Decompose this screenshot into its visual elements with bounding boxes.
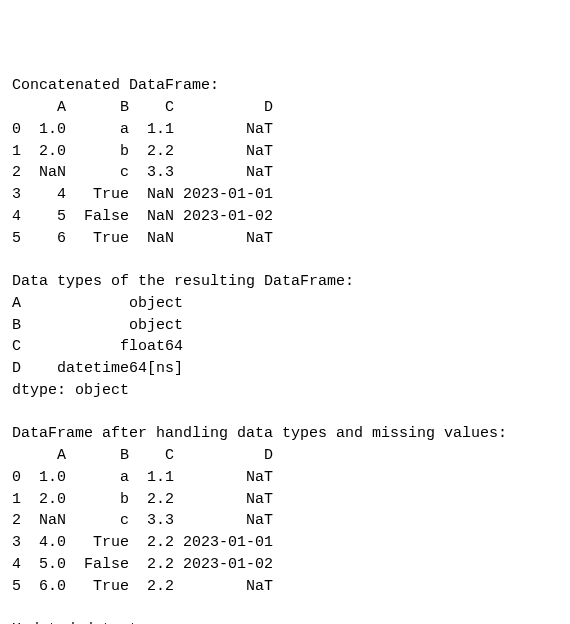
section-title: Concatenated DataFrame:	[12, 75, 558, 97]
section-title: DataFrame after handling data types and …	[12, 423, 558, 445]
table-row: 0 1.0 a 1.1 NaT	[12, 119, 558, 141]
blank-line	[12, 597, 558, 619]
dtype-row: B object	[12, 315, 558, 337]
dtype-row: C float64	[12, 336, 558, 358]
table-row: 1 2.0 b 2.2 NaT	[12, 489, 558, 511]
table-row: 1 2.0 b 2.2 NaT	[12, 141, 558, 163]
dtype-row: D datetime64[ns]	[12, 358, 558, 380]
dtype-row: A object	[12, 293, 558, 315]
table-row: 0 1.0 a 1.1 NaT	[12, 467, 558, 489]
table-row: 4 5.0 False 2.2 2023-01-02	[12, 554, 558, 576]
section-title: Data types of the resulting DataFrame:	[12, 271, 558, 293]
section-title: Updated data types:	[12, 619, 558, 624]
table-row: 3 4 True NaN 2023-01-01	[12, 184, 558, 206]
table-header: A B C D	[12, 445, 558, 467]
table-header: A B C D	[12, 97, 558, 119]
dtype-row: dtype: object	[12, 380, 558, 402]
blank-line	[12, 402, 558, 424]
table-row: 3 4.0 True 2.2 2023-01-01	[12, 532, 558, 554]
table-row: 4 5 False NaN 2023-01-02	[12, 206, 558, 228]
table-row: 5 6 True NaN NaT	[12, 228, 558, 250]
table-row: 5 6.0 True 2.2 NaT	[12, 576, 558, 598]
table-row: 2 NaN c 3.3 NaT	[12, 162, 558, 184]
blank-line	[12, 249, 558, 271]
output-text: Concatenated DataFrame: A B C D0 1.0 a 1…	[12, 75, 558, 624]
table-row: 2 NaN c 3.3 NaT	[12, 510, 558, 532]
